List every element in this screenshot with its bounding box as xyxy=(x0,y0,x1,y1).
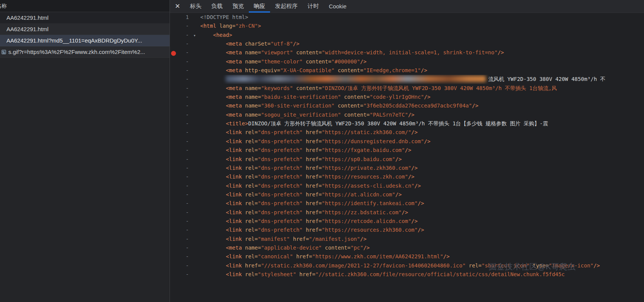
fold-marker[interactable]: - xyxy=(170,119,189,128)
code-token: /> xyxy=(405,147,411,153)
code-line-content: <html lang="zh-CN"> xyxy=(200,22,644,30)
code-token: <link xyxy=(226,147,242,153)
code-token: <meta xyxy=(226,103,242,109)
code-line: -<link rel="dns-prefetch" href="https://… xyxy=(170,155,644,164)
code-line-content: <link rel="dns-prefetch" href="https://p… xyxy=(200,164,644,172)
code-token: href= xyxy=(303,227,322,233)
close-icon[interactable]: ✕ xyxy=(170,0,185,13)
fold-marker[interactable]: - xyxy=(170,101,189,110)
fold-marker[interactable]: - xyxy=(170,261,189,270)
code-line: -<link rel="canonical" href="https://www… xyxy=(170,252,644,261)
code-token: DINZOO/顶卓 方形外转子轴流风机 YWF2D-350 380V 420W … xyxy=(248,120,548,126)
fold-marker[interactable]: - xyxy=(170,208,189,217)
fold-marker[interactable]: - xyxy=(170,137,189,146)
fold-marker[interactable]: - xyxy=(170,84,189,93)
code-token: "dns-prefetch" xyxy=(258,200,303,206)
fold-marker[interactable]: - xyxy=(170,199,189,208)
fold-marker[interactable]: - xyxy=(170,22,189,30)
code-token: 流风机 YWF2D-350 380V 420W 4850m³/h 不 xyxy=(488,76,605,82)
fold-marker[interactable]: - xyxy=(170,75,189,84)
code-token: href= xyxy=(303,191,322,198)
code-token: <link xyxy=(226,262,242,269)
code-token: "canonical" xyxy=(258,253,293,259)
fold-marker[interactable]: - xyxy=(170,57,189,66)
request-row[interactable]: s.gif?r=https%3A%2F%2Fwww.zkh.com%2Fitem… xyxy=(0,46,170,58)
code-token: <link xyxy=(226,138,242,144)
code-token: content= xyxy=(303,59,331,65)
code-line: -<link rel="dns-prefetch" href="https://… xyxy=(170,199,644,208)
fold-marker[interactable]: - xyxy=(170,66,189,75)
fold-marker[interactable]: - xyxy=(170,172,189,181)
fold-marker[interactable]: - xyxy=(170,93,189,101)
fold-marker[interactable]: - xyxy=(170,235,189,243)
code-token: "IE=edge,chrome=1" xyxy=(363,67,421,73)
fold-chevron-icon[interactable]: ▾ xyxy=(193,33,196,38)
code-token: rel= xyxy=(242,165,258,171)
fold-marker[interactable]: - xyxy=(170,40,189,48)
fold-marker[interactable]: - xyxy=(170,155,189,164)
fold-marker[interactable]: - xyxy=(170,111,189,119)
tab-计时[interactable]: 计时 xyxy=(303,0,324,13)
code-area[interactable]: 1<!DOCTYPE html>-<html lang="zh-CN">-▾<h… xyxy=(170,13,644,302)
devtools-network-panel: 名称 AA6242291.htmlAA6242291.htmlAA6242291… xyxy=(0,0,644,302)
fold-marker[interactable]: - xyxy=(170,128,189,137)
code-line-content: <link rel="dns-prefetch" href="https://d… xyxy=(200,137,644,146)
code-token: <link xyxy=(226,271,242,277)
tab-预览[interactable]: 预览 xyxy=(228,0,249,13)
code-token: href= xyxy=(303,209,322,215)
fold-cell xyxy=(189,101,200,110)
fold-marker[interactable]: - xyxy=(170,270,189,279)
fold-marker[interactable]: - xyxy=(170,146,189,155)
code-line: -<link rel="dns-prefetch" href="https://… xyxy=(170,164,644,172)
code-token: href= xyxy=(303,156,322,162)
code-token: "manifest" xyxy=(258,236,290,242)
code-token: href= xyxy=(303,174,322,180)
fold-cell xyxy=(189,270,200,279)
code-token: content= xyxy=(341,112,370,118)
code-line-content: <title>DINZOO/顶卓 方形外转子轴流风机 YWF2D-350 380… xyxy=(200,119,644,128)
code-line: -<meta name="viewport" content="width=de… xyxy=(170,48,644,57)
code-token: rel= xyxy=(242,236,258,242)
code-line-content: <meta name="viewport" content="width=dev… xyxy=(200,48,644,57)
code-token: lang= xyxy=(216,23,236,29)
code-line-content: <link rel="dns-prefetch" href="https://s… xyxy=(200,155,644,164)
fold-marker[interactable]: - xyxy=(170,217,189,226)
code-line: -<link rel="dns-prefetch" href="https://… xyxy=(170,208,644,217)
fold-marker[interactable]: - xyxy=(170,243,189,252)
code-line: -<html lang="zh-CN"> xyxy=(170,22,644,30)
code-token: name= xyxy=(242,103,261,109)
code-token: /> xyxy=(498,49,504,55)
tab-响应[interactable]: 响应 xyxy=(249,0,270,13)
fold-marker[interactable]: - xyxy=(170,31,189,40)
code-line: -<meta name="keywords" content="DINZOO/顶… xyxy=(170,84,644,93)
code-token: content= xyxy=(322,245,350,251)
code-token: /> xyxy=(293,41,299,47)
request-row[interactable]: AA6242291.html xyxy=(0,24,170,35)
code-token: content= xyxy=(335,103,363,109)
tab-负载[interactable]: 负载 xyxy=(206,0,228,13)
code-token: <link xyxy=(226,129,242,135)
request-row[interactable]: AA6242291.html xyxy=(0,12,170,24)
code-token: /> xyxy=(360,236,366,242)
code-line-content: <link rel="stylesheet" href="//static.zk… xyxy=(200,270,644,279)
tab-发起程序[interactable]: 发起程序 xyxy=(270,0,303,13)
code-token: "theme-color" xyxy=(261,59,303,65)
code-token: <title> xyxy=(226,120,248,126)
tab-标头[interactable]: 标头 xyxy=(185,0,206,13)
tab-Cookie[interactable]: Cookie xyxy=(324,0,352,13)
fold-marker[interactable]: - xyxy=(170,252,189,261)
code-token: content= xyxy=(293,49,322,55)
fold-marker[interactable]: - xyxy=(170,226,189,234)
code-token: "zh-CN" xyxy=(236,23,258,29)
name-column-header[interactable]: 名称 xyxy=(0,0,170,12)
fold-marker[interactable]: - xyxy=(170,182,189,190)
fold-marker[interactable]: - xyxy=(170,190,189,199)
line-number: 1 xyxy=(170,13,189,22)
fold-marker[interactable]: - xyxy=(170,164,189,172)
code-token: name= xyxy=(242,85,261,91)
request-row[interactable]: AA6242291.html?md5__1101=eqAxBDRDgDyDu0Y… xyxy=(0,35,170,46)
code-token: "applicable-device" xyxy=(261,245,322,251)
code-line-content: <meta charSet="utf-8"/> xyxy=(200,40,644,48)
code-line-content: <link rel="dns-prefetch" href="https://r… xyxy=(200,217,644,226)
code-token: /> xyxy=(363,245,370,251)
